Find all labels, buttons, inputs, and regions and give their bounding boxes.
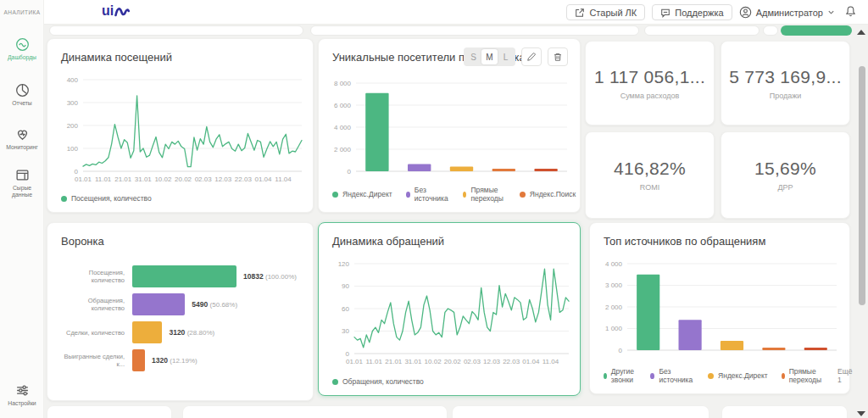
kpi-value: 15,69% bbox=[721, 159, 849, 179]
sidebar-item-raw-data[interactable]: Сырые данные bbox=[0, 168, 44, 198]
active-tab-pill[interactable] bbox=[781, 25, 852, 36]
funnel-row: Выигранные сделки, к...1320 (12.19%) bbox=[58, 349, 304, 371]
svg-text:300: 300 bbox=[67, 99, 79, 107]
chart-legend: Другие звонкиБез источникаЯндекс.ДиректП… bbox=[604, 367, 839, 384]
kpi-card-sales[interactable]: 5 773 169,9... Продажи bbox=[721, 41, 850, 125]
raw-data-icon bbox=[3, 168, 41, 182]
dashboard-tab[interactable] bbox=[644, 25, 760, 36]
card-funnel[interactable]: Воронка Посещения, количество10832 (100.… bbox=[47, 222, 314, 401]
svg-text:0: 0 bbox=[75, 168, 79, 176]
svg-text:0: 0 bbox=[619, 347, 623, 354]
legend-label: Яндекс.Директ bbox=[342, 190, 392, 198]
notifications-bell-icon[interactable] bbox=[845, 5, 856, 20]
sidebar-item-reports[interactable]: Отчеты bbox=[0, 83, 44, 107]
card-stub[interactable] bbox=[452, 405, 709, 418]
svg-text:4 000: 4 000 bbox=[334, 124, 352, 131]
sidebar-item-label: Мониторинг bbox=[0, 144, 44, 151]
support-label: Поддержка bbox=[675, 8, 723, 18]
scroll-up-arrow[interactable] bbox=[857, 30, 865, 35]
size-option-m[interactable]: M bbox=[481, 49, 498, 64]
svg-text:6 000: 6 000 bbox=[334, 102, 352, 109]
kpi-card-romi[interactable]: 416,82% ROMI bbox=[585, 131, 715, 219]
old-lk-button[interactable]: Старый ЛК bbox=[566, 4, 645, 20]
svg-text:01.04: 01.04 bbox=[522, 358, 540, 365]
funnel-bar bbox=[132, 293, 185, 315]
legend-label: Обращения, количество bbox=[342, 377, 424, 386]
svg-text:11.04: 11.04 bbox=[275, 176, 292, 183]
size-option-s[interactable]: S bbox=[465, 49, 481, 64]
card-visits-dynamics[interactable]: Динамика посещений 010020030040001.0111.… bbox=[47, 38, 314, 213]
user-menu[interactable]: Администратор bbox=[739, 6, 835, 19]
svg-text:1 000: 1 000 bbox=[605, 325, 623, 332]
card-stub[interactable] bbox=[182, 405, 448, 418]
legend-label: Прямые переходы bbox=[470, 186, 505, 203]
funnel-bar bbox=[132, 349, 145, 371]
svg-text:200: 200 bbox=[67, 122, 79, 130]
funnel-row-label: Посещения, количество bbox=[58, 269, 132, 284]
svg-text:2 000: 2 000 bbox=[605, 304, 623, 311]
svg-text:11.04: 11.04 bbox=[542, 358, 559, 365]
delete-button[interactable] bbox=[548, 47, 568, 66]
reports-icon bbox=[0, 83, 44, 98]
chart-legend: Обращения, количество bbox=[332, 377, 570, 386]
uis-logo: ui bbox=[102, 3, 130, 19]
funnel-value: 5490 (50.68%) bbox=[192, 300, 237, 309]
svg-text:01.01: 01.01 bbox=[346, 358, 364, 365]
svg-text:120: 120 bbox=[338, 260, 350, 268]
kpi-label: Продажи bbox=[721, 92, 849, 100]
sidebar-item-monitoring[interactable]: Мониторинг bbox=[0, 127, 44, 151]
kpi-label: ДРР bbox=[721, 183, 849, 192]
legend-item: Прямые переходы bbox=[782, 367, 824, 384]
top-sources-bar-chart: 01 0002 0003 0004 000 bbox=[595, 259, 845, 362]
size-option-l[interactable]: L bbox=[498, 49, 514, 64]
dashboard-tab[interactable] bbox=[310, 25, 639, 36]
kpi-value: 1 117 056,1... bbox=[586, 67, 714, 87]
card-title: Динамика посещений bbox=[61, 51, 172, 64]
kpi-card-drr[interactable]: 15,69% ДРР bbox=[721, 131, 850, 219]
scroll-down-arrow[interactable] bbox=[857, 411, 865, 416]
svg-text:12.03: 12.03 bbox=[214, 176, 232, 183]
scrollbar-thumb[interactable] bbox=[859, 66, 865, 305]
sidebar-item-dashboards[interactable]: Дашборды bbox=[0, 37, 44, 61]
card-requests-dynamics[interactable]: Динамика обращений 030609012001.0111.012… bbox=[318, 222, 581, 396]
dashboard-tab[interactable] bbox=[49, 25, 303, 36]
funnel-value: 3120 (28.80%) bbox=[169, 328, 214, 337]
svg-text:2 000: 2 000 bbox=[334, 146, 352, 153]
svg-text:4 000: 4 000 bbox=[605, 260, 623, 268]
card-unique-visitors[interactable]: Уникальные посетители по источникам S M … bbox=[318, 38, 581, 213]
dashboards-icon bbox=[0, 37, 44, 52]
funnel-value: 10832 (100.00%) bbox=[243, 272, 297, 281]
legend-more-label[interactable]: Ещё 1 bbox=[837, 367, 852, 384]
chevron-down-icon bbox=[827, 8, 835, 16]
dashboard-tab[interactable] bbox=[763, 25, 778, 36]
legend-dot-icon bbox=[332, 379, 338, 385]
legend-item: Яндекс.Директ bbox=[708, 371, 768, 380]
visits-line-chart: 010020030040001.0111.0121.0131.0110.0220… bbox=[53, 75, 309, 185]
svg-text:31.01: 31.01 bbox=[404, 358, 422, 365]
funnel-row-label: Выигранные сделки, к... bbox=[58, 353, 132, 368]
card-stub[interactable] bbox=[47, 405, 172, 418]
kpi-card-expenses[interactable]: 1 117 056,1... Сумма расходов bbox=[585, 41, 715, 125]
card-controls: S M L bbox=[464, 47, 568, 66]
card-stub[interactable] bbox=[721, 405, 848, 418]
legend-label: Прямые переходы bbox=[789, 367, 824, 384]
funnel-row: Посещения, количество10832 (100.00%) bbox=[58, 265, 304, 287]
edit-button[interactable] bbox=[521, 47, 542, 66]
sidebar-item-settings[interactable]: Настройки bbox=[0, 383, 44, 407]
external-link-icon bbox=[575, 8, 585, 18]
user-icon bbox=[739, 6, 752, 19]
card-top-sources[interactable]: Топ источников по обращениям 01 0002 000… bbox=[589, 222, 850, 394]
sidebar: АНАЛИТИКА Дашборды Отчеты Мониторинг Сыр… bbox=[0, 0, 44, 418]
svg-text:01.01: 01.01 bbox=[75, 176, 92, 183]
sidebar-item-label: Дашборды bbox=[0, 54, 44, 61]
card-title: Динамика обращений bbox=[332, 235, 444, 248]
sidebar-item-label: Отчеты bbox=[0, 100, 44, 107]
support-button[interactable]: Поддержка bbox=[652, 4, 732, 20]
kpi-label: ROMI bbox=[586, 183, 714, 192]
header: ui Старый ЛК Поддержка Администратор bbox=[44, 0, 868, 25]
chat-icon bbox=[660, 8, 670, 18]
legend-dot-icon bbox=[782, 373, 785, 379]
svg-text:02.03: 02.03 bbox=[195, 176, 213, 183]
unique-visitors-bar-chart: 02 0004 0006 0008 000 bbox=[324, 78, 576, 183]
svg-text:0: 0 bbox=[348, 168, 352, 176]
